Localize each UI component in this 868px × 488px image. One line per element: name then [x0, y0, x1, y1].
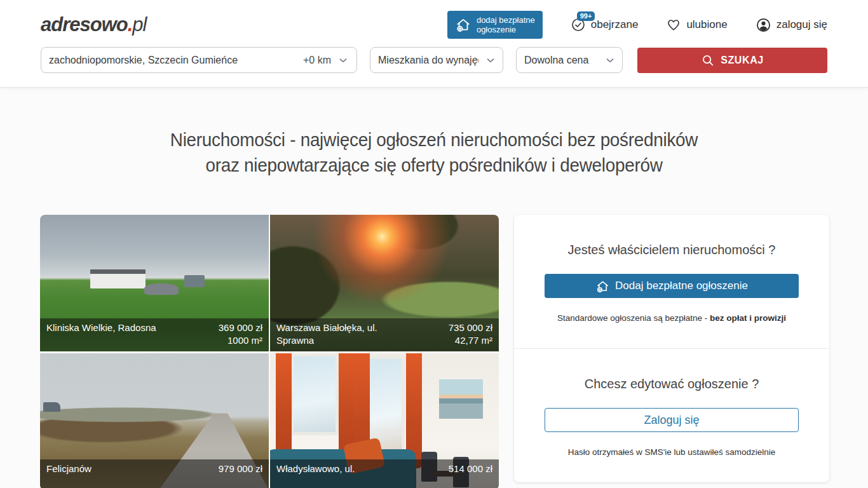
chevron-down-icon — [485, 55, 496, 66]
owner-section: Jesteś właścicielem nieruchomości ? Doda… — [514, 215, 829, 348]
sidebar-add-listing-label: Dodaj bezpłatne ogłoszenie — [615, 280, 748, 292]
search-button[interactable]: SZUKAJ — [637, 48, 827, 73]
chevron-down-icon — [337, 55, 349, 66]
listing-price: 369 000 zł — [219, 322, 262, 333]
price-select[interactable]: Dowolna cena — [516, 47, 623, 73]
listing-location: Warszawa Białołęka, ul. Sprawna — [276, 322, 402, 347]
page: adresowo.pl dodaj bezpłatne ogłos — [0, 0, 868, 488]
location-input[interactable]: zachodniopomorskie, Szczecin Gumieńce +0… — [41, 47, 357, 73]
house-plus-icon — [595, 279, 610, 294]
header: adresowo.pl dodaj bezpłatne ogłos — [0, 0, 868, 88]
radius-value: +0 km — [303, 55, 331, 66]
edit-note: Hasło otrzymałeś w SMS'ie lub ustawiłeś … — [545, 447, 799, 457]
check-circle-icon: 99+ — [571, 17, 586, 32]
add-listing-button[interactable]: dodaj bezpłatne ogłoszenie — [447, 11, 543, 39]
listing-price: 979 000 zł — [219, 463, 262, 474]
listing-caption: Kliniska Wielkie, Radosna 369 000 zł 100… — [40, 318, 269, 351]
viewed-count-badge: 99+ — [577, 11, 595, 21]
viewed-label: obejrzane — [591, 18, 639, 31]
listing-caption: Felicjanów 979 000 zł — [40, 459, 269, 488]
listing-card[interactable]: Felicjanów 979 000 zł — [40, 353, 269, 488]
radius-dropdown[interactable]: +0 km — [303, 55, 349, 66]
sidebar: Jesteś właścicielem nieruchomości ? Doda… — [514, 215, 829, 488]
user-circle-icon — [756, 17, 771, 33]
price-value: Dowolna cena — [524, 55, 588, 66]
owner-panel: Jesteś właścicielem nieruchomości ? Doda… — [514, 215, 829, 482]
listing-grid: Kliniska Wielkie, Radosna 369 000 zł 100… — [40, 215, 499, 488]
login-link[interactable]: zaloguj się — [756, 17, 827, 33]
sidebar-login-button[interactable]: Zaloguj się — [545, 408, 799, 432]
sidebar-add-listing-button[interactable]: Dodaj bezpłatne ogłoszenie — [545, 274, 799, 298]
favorites-link[interactable]: ulubione — [666, 17, 727, 32]
viewed-link[interactable]: 99+ obejrzane — [571, 17, 639, 32]
login-label: zaloguj się — [776, 18, 827, 31]
favorites-label: ulubione — [686, 18, 727, 31]
category-value: Mieszkania do wynajęcia — [378, 55, 478, 66]
category-select[interactable]: Mieszkania do wynajęcia — [370, 47, 503, 73]
listing-price: 735 000 zł — [449, 322, 492, 333]
main-content: Kliniska Wielkie, Radosna 369 000 zł 100… — [0, 178, 868, 488]
listing-area: 42,77 m² — [455, 335, 492, 346]
listing-area: 1000 m² — [227, 335, 262, 346]
listing-caption: Warszawa Białołęka, ul. Sprawna 735 000 … — [270, 318, 499, 351]
edit-heading: Chcesz edytować ogłoszenie ? — [545, 377, 799, 391]
location-value: zachodniopomorskie, Szczecin Gumieńce — [49, 55, 238, 66]
listing-card[interactable]: Kliniska Wielkie, Radosna 369 000 zł 100… — [40, 215, 269, 351]
owner-heading: Jesteś właścicielem nieruchomości ? — [545, 243, 799, 257]
logo-main: adresowo — [41, 13, 128, 36]
owner-note: Standardowe ogłoszenia są bezpłatne - be… — [545, 313, 799, 323]
logo[interactable]: adresowo.pl — [41, 13, 146, 36]
listing-caption: Władysławowo, ul. 514 000 zł — [270, 459, 499, 488]
search-bar: zachodniopomorskie, Szczecin Gumieńce +0… — [0, 47, 868, 88]
listing-card[interactable]: Warszawa Białołęka, ul. Sprawna 735 000 … — [270, 215, 499, 351]
listing-location: Władysławowo, ul. — [276, 463, 355, 485]
header-actions: dodaj bezpłatne ogłoszenie 99+ obejrzane — [447, 11, 827, 39]
search-icon — [701, 53, 715, 67]
listing-price: 514 000 zł — [449, 463, 492, 474]
listing-location: Felicjanów — [46, 463, 92, 485]
search-button-label: SZUKAJ — [721, 55, 764, 66]
heart-icon — [666, 17, 681, 32]
listing-card[interactable]: Władysławowo, ul. 514 000 zł — [270, 353, 499, 488]
logo-tld: pl — [132, 13, 146, 36]
edit-section: Chcesz edytować ogłoszenie ? Zaloguj się… — [514, 348, 829, 482]
chevron-down-icon — [604, 55, 616, 66]
listing-location: Kliniska Wielkie, Radosna — [46, 322, 156, 347]
house-plus-icon — [455, 17, 471, 33]
page-title: Nieruchomości - najwięcej ogłoszeń nieru… — [31, 127, 837, 178]
add-listing-label: dodaj bezpłatne ogłoszenie — [477, 15, 535, 34]
